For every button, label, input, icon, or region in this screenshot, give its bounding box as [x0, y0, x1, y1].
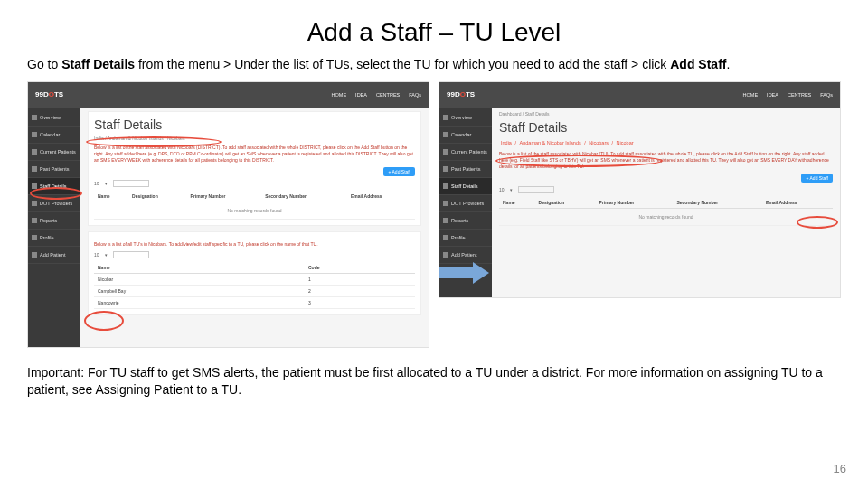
app-logo: 99DOTS: [447, 90, 475, 99]
users-icon: [443, 149, 448, 155]
sidebar-item-dot-providers[interactable]: DOT Providers: [439, 195, 492, 212]
tu-row-campbell[interactable]: Campbell Bay2: [94, 285, 415, 296]
app-topbar: 99DOTS HOME IDEA CENTRES FAQs: [28, 82, 429, 108]
calendar-icon: [32, 132, 37, 137]
plus-icon: [443, 252, 448, 258]
sidebar-item-past-patients[interactable]: Past Patients: [439, 161, 492, 178]
tu-table: NameCode Nicobar1 Campbell Bay2 Nancowri…: [94, 262, 415, 309]
no-records: No matching records found: [94, 202, 415, 219]
sidebar-item-profile[interactable]: Profile: [439, 230, 492, 247]
arrow-icon: [439, 262, 493, 284]
screenshot-after: Logged in as "heritage" 99DOTS HOME IDEA…: [439, 81, 841, 298]
screenshot-before: Logged in as "localadmin" 99DOTS HOME ID…: [27, 81, 429, 348]
nav-faqs[interactable]: FAQs: [409, 92, 421, 98]
archive-icon: [32, 166, 37, 172]
users-icon: [32, 149, 37, 155]
tu-row-nicobar[interactable]: Nicobar1: [94, 273, 415, 285]
dashboard-breadcrumb: Dashboard / Staff Details: [499, 111, 833, 117]
dashboard-icon: [443, 115, 448, 120]
assigning-patient-link[interactable]: Assigning Patient to a TU: [96, 382, 239, 397]
sidebar-item-add-patient[interactable]: Add Patient: [28, 247, 80, 264]
search-input[interactable]: [113, 251, 149, 258]
no-records: No matching records found: [499, 208, 833, 225]
breadcrumb[interactable]: India / Andaman & Nicobar Islands / Nico…: [499, 140, 833, 145]
sidebar-item-dot-providers[interactable]: DOT Providers: [28, 195, 80, 212]
nav-home[interactable]: HOME: [743, 92, 759, 98]
important-note: Important: For TU staff to get SMS alert…: [27, 364, 841, 399]
provider-icon: [32, 201, 37, 206]
page-size[interactable]: 10: [94, 252, 99, 258]
instruction-text: Go to Staff Details from the menu > Unde…: [27, 56, 841, 74]
add-staff-button[interactable]: + Add Staff: [801, 174, 833, 183]
nav-centres[interactable]: CENTRES: [788, 92, 811, 98]
calendar-icon: [443, 132, 448, 137]
nav-faqs[interactable]: FAQs: [820, 92, 833, 98]
page-number: 16: [834, 462, 846, 475]
page-size[interactable]: 10: [94, 181, 99, 186]
nav-idea[interactable]: IDEA: [355, 92, 367, 98]
nav-centres[interactable]: CENTRES: [376, 92, 400, 98]
sidebar-item-current-patients[interactable]: Current Patients: [439, 144, 492, 161]
page-heading: Staff Details: [94, 117, 415, 132]
search-input[interactable]: [518, 186, 554, 193]
sidebar-item-profile[interactable]: Profile: [28, 230, 80, 247]
report-icon: [32, 218, 37, 223]
nav-home[interactable]: HOME: [332, 92, 347, 98]
tu-list-info: Below is a list of all TU's in Nicobars.…: [94, 241, 415, 248]
page-heading: Staff Details: [499, 120, 833, 135]
staff-table: NameDesignationPrimary NumberSecondary N…: [499, 197, 833, 226]
sidebar-item-past-patients[interactable]: Past Patients: [28, 161, 80, 178]
app-topbar: 99DOTS HOME IDEA CENTRES FAQs: [439, 82, 840, 108]
sidebar-item-current-patients[interactable]: Current Patients: [28, 144, 80, 161]
sidebar-item-reports[interactable]: Reports: [439, 212, 492, 230]
tu-info-text: Below is a list of the staff associated …: [499, 151, 833, 170]
page-size[interactable]: 10: [499, 187, 505, 192]
sidebar-item-calendar[interactable]: Calendar: [28, 127, 80, 144]
sidebar-item-calendar[interactable]: Calendar: [439, 127, 492, 144]
archive-icon: [443, 166, 448, 172]
plus-icon: [32, 252, 37, 258]
tu-row-nancowrie[interactable]: Nancowrie3: [94, 296, 415, 308]
breadcrumb: India / Andaman & Nicobar Islands / Nico…: [94, 136, 415, 141]
sidebar-item-overview[interactable]: Overview: [439, 109, 492, 127]
sidebar-item-overview[interactable]: Overview: [28, 109, 80, 127]
sidebar: Overview Calendar Current Patients Past …: [28, 82, 80, 347]
search-input[interactable]: [113, 180, 149, 187]
app-logo: 99DOTS: [35, 90, 63, 99]
sidebar-item-staff-details[interactable]: Staff Details: [28, 178, 80, 195]
staff-table: NameDesignationPrimary NumberSecondary N…: [94, 191, 415, 220]
dashboard-icon: [32, 115, 37, 120]
profile-icon: [443, 235, 448, 240]
sidebar-item-reports[interactable]: Reports: [28, 212, 80, 230]
staff-icon: [443, 183, 448, 189]
nav-idea[interactable]: IDEA: [767, 92, 778, 98]
provider-icon: [443, 201, 448, 206]
staff-details-link: Staff Details: [61, 57, 135, 71]
profile-icon: [32, 235, 37, 240]
district-info-text: Below is a list of the staff associated …: [94, 145, 415, 164]
report-icon: [443, 218, 448, 223]
add-staff-button[interactable]: + Add Staff: [383, 167, 415, 176]
sidebar-item-staff-details[interactable]: Staff Details: [439, 178, 492, 195]
slide-title: Add a Staff – TU Level: [27, 18, 841, 47]
staff-icon: [32, 183, 37, 189]
